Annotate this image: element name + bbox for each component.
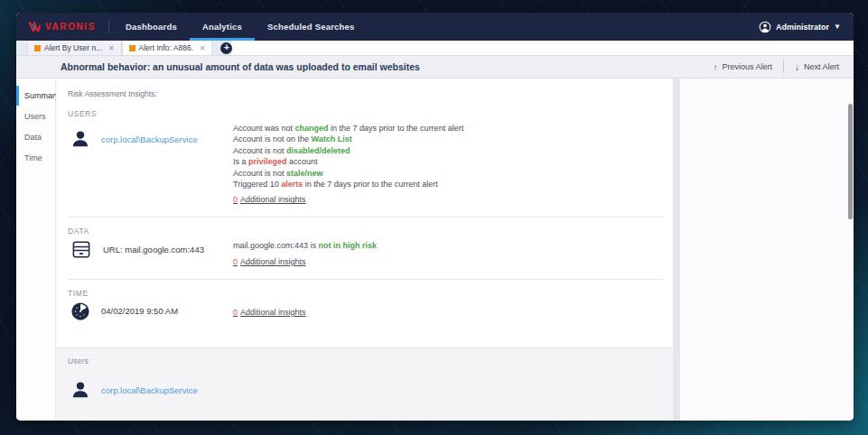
insight-line: Account was not changed in the 7 days pr… — [233, 123, 665, 134]
additional-insights-link[interactable]: 0Additional insights — [233, 257, 306, 266]
users-section: USERS corp.local\BackupService Account w… — [68, 109, 665, 206]
varonis-logo-icon — [28, 22, 41, 32]
tab-bar-filler — [232, 41, 854, 55]
users-detail-section: Users corp.local\BackupService — [56, 347, 673, 421]
user-account-icon — [759, 21, 771, 33]
add-tab-button[interactable]: + — [220, 42, 232, 54]
sidebar: Summary Users Data Time — [16, 79, 56, 421]
users-detail-label: Users — [68, 356, 673, 366]
main-navigation: Dashboards Analytics Scheduled Searches — [113, 13, 367, 41]
detail-panel — [680, 79, 854, 421]
next-alert-label: Next Alert — [804, 62, 839, 71]
user-menu[interactable]: Administrator ▼ — [746, 13, 854, 41]
additional-insights-link[interactable]: 0Additional insights — [233, 195, 306, 204]
user-avatar-icon — [70, 380, 90, 400]
varonis-logo: VARONIS — [16, 13, 108, 41]
tab-alert-by-user[interactable]: Alert By User n... ✕ — [27, 41, 122, 55]
chevron-down-icon: ▼ — [834, 23, 841, 31]
time-section: TIME 04/02/2019 9:50 AM 0Additional insi… — [68, 289, 665, 321]
tab-alert-info[interactable]: Alert Info: A886. ✕ — [122, 41, 213, 55]
user-avatar-icon — [70, 129, 90, 149]
section-divider — [68, 279, 663, 280]
user-entity-link[interactable]: corp.local\BackupService — [101, 134, 198, 144]
alert-tab-icon — [34, 45, 41, 51]
arrow-up-icon: ↑ — [713, 62, 717, 72]
user-name: Administrator — [776, 23, 829, 32]
insight-line: Is a privileged account — [233, 156, 665, 167]
risk-assessment-title: Risk Assessment Insights: — [68, 89, 665, 98]
clock-icon — [70, 301, 90, 321]
users-section-label: USERS — [68, 109, 665, 118]
sidebar-item-data[interactable]: Data — [16, 127, 55, 147]
insight-line: Account is not stale/new — [233, 168, 665, 179]
insight-line: mail.google.com:443 is not in high risk — [233, 240, 665, 251]
alert-navigation: ↑ Previous Alert ↓ Next Alert — [713, 60, 839, 73]
additional-insights-link[interactable]: 0Additional insights — [233, 308, 306, 317]
close-icon[interactable]: ✕ — [108, 44, 114, 52]
arrow-down-icon: ↓ — [795, 62, 799, 72]
tab-label: Alert Info: A886. — [139, 43, 193, 52]
alert-header: Abnormal behavior: an unusual amount of … — [16, 56, 854, 79]
data-entity: URL: mail.google.com:443 — [103, 245, 204, 255]
user-entity-link[interactable]: corp.local\BackupService — [101, 385, 198, 395]
alert-title: Abnormal behavior: an unusual amount of … — [61, 61, 420, 72]
previous-alert-button[interactable]: ↑ Previous Alert — [713, 62, 772, 72]
desktop-background: VARONIS Dashboards Analytics Scheduled S… — [0, 0, 868, 435]
sidebar-item-users[interactable]: Users — [16, 106, 55, 126]
tab-label: Alert By User n... — [44, 43, 102, 52]
alert-nav-divider — [783, 60, 784, 73]
section-divider — [68, 217, 663, 218]
nav-analytics[interactable]: Analytics — [190, 13, 255, 41]
nav-scheduled-searches[interactable]: Scheduled Searches — [255, 13, 368, 41]
sidebar-item-time[interactable]: Time — [16, 148, 55, 168]
insight-line: Account is not disabled/deleted — [233, 145, 665, 156]
varonis-logo-text: VARONIS — [45, 22, 96, 32]
navbar-divider — [108, 20, 109, 33]
close-icon[interactable]: ✕ — [200, 44, 205, 52]
summary-panel: Risk Assessment Insights: USERS corp.loc… — [56, 79, 673, 421]
data-section-label: DATA — [68, 227, 665, 236]
data-archive-icon — [70, 239, 92, 260]
nav-dashboards[interactable]: Dashboards — [113, 13, 190, 41]
app-window: VARONIS Dashboards Analytics Scheduled S… — [16, 13, 854, 421]
right-panel-scrollbar[interactable] — [848, 104, 853, 219]
next-alert-button[interactable]: ↓ Next Alert — [795, 62, 839, 72]
top-navbar: VARONIS Dashboards Analytics Scheduled S… — [16, 13, 854, 41]
content-area: Summary Users Data Time Risk Assessment … — [16, 79, 854, 421]
previous-alert-label: Previous Alert — [722, 62, 772, 71]
sidebar-item-summary[interactable]: Summary — [16, 86, 55, 106]
time-entity: 04/02/2019 9:50 AM — [101, 306, 178, 316]
time-section-label: TIME — [68, 289, 665, 298]
insight-line: Triggered 10 alerts in the 7 days prior … — [233, 179, 665, 190]
tab-bar: Alert By User n... ✕ Alert Info: A886. ✕… — [16, 41, 854, 56]
insight-line: Account is not on the Watch List — [233, 134, 665, 144]
data-section: DATA URL: mail.google.com:443 mail.googl… — [68, 227, 665, 267]
alert-tab-icon — [129, 45, 135, 51]
